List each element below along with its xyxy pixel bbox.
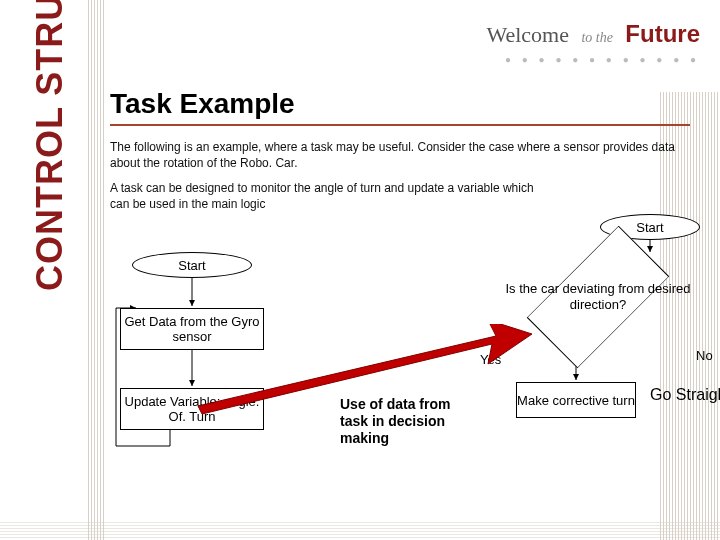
decision-node: Is the car deviating from desired direct… <box>500 252 696 342</box>
header: Welcome to the Future ● ● ● ● ● ● ● ● ● … <box>486 20 700 65</box>
start-right-label: Start <box>636 220 663 235</box>
header-welcome: Welcome <box>486 22 569 48</box>
decision-label: Is the car deviating from desired direct… <box>500 281 696 312</box>
header-dots: ● ● ● ● ● ● ● ● ● ● ● ● <box>486 54 700 65</box>
go-straight-label: Go Straight <box>650 386 720 403</box>
slide-root: CONTROL STRUCTURES Welcome to the Future… <box>0 0 720 540</box>
go-straight-node: Go Straight <box>650 386 720 410</box>
paragraph-1: The following is an example, where a tas… <box>110 140 690 171</box>
get-data-node: Get Data from the Gyro sensor <box>120 308 264 350</box>
flowchart-diagram: Start Get Data from the Gyro sensor Upda… <box>110 224 700 524</box>
paragraph-2: A task can be designed to monitor the an… <box>110 181 539 212</box>
header-future: Future <box>625 20 700 47</box>
update-variable-node: Update Variable: angle. Of. Turn <box>120 388 264 430</box>
start-node-left: Start <box>132 252 252 278</box>
sidebar-title: CONTROL STRUCTURES <box>29 0 71 291</box>
decoration-lines-bottom <box>0 522 720 538</box>
no-label: No <box>696 348 713 363</box>
make-turn-node: Make corrective turn <box>516 382 636 418</box>
update-variable-label: Update Variable: angle. Of. Turn <box>121 394 263 424</box>
make-turn-label: Make corrective turn <box>517 393 635 408</box>
page-title: Task Example <box>110 88 690 120</box>
header-to-the: to the <box>581 30 613 46</box>
callout-text: Use of data from task in decision making <box>340 396 470 446</box>
start-left-label: Start <box>178 258 205 273</box>
title-underline <box>110 124 690 126</box>
yes-label: Yes <box>480 352 501 367</box>
decoration-lines-left <box>88 0 106 540</box>
content-area: Task Example The following is an example… <box>110 88 690 222</box>
get-data-label: Get Data from the Gyro sensor <box>121 314 263 344</box>
